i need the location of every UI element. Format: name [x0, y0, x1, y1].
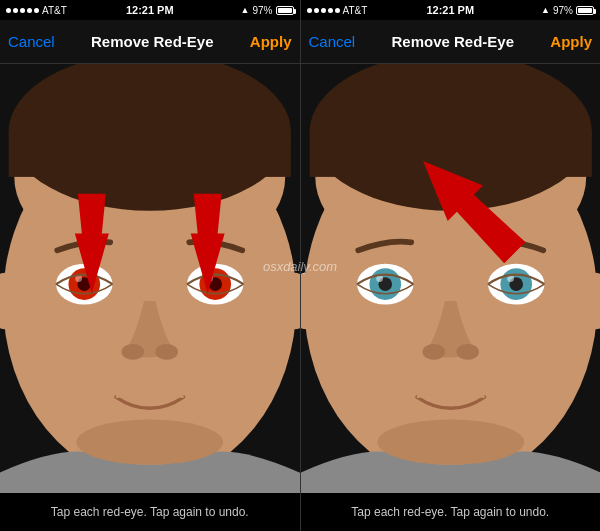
right-cancel-button[interactable]: Cancel: [309, 33, 356, 50]
right-bottom-text: Tap each red-eye. Tap again to undo.: [351, 505, 549, 519]
rdot4: [328, 8, 333, 13]
right-status-right: ▲ 97%: [541, 5, 594, 16]
svg-point-19: [76, 420, 223, 465]
left-toolbar: Cancel Remove Red-Eye Apply: [0, 20, 300, 64]
svg-rect-5: [9, 132, 291, 177]
right-status-bar: AT&T 12:21 PM ▲ 97%: [301, 0, 601, 20]
dot5: [34, 8, 39, 13]
right-toolbar: Cancel Remove Red-Eye Apply: [301, 20, 601, 64]
left-carrier: AT&T: [42, 5, 67, 16]
left-face-svg: [0, 64, 300, 493]
left-battery-fill: [278, 8, 292, 13]
left-status-bar: AT&T 12:21 PM ▲ 97%: [0, 0, 300, 20]
right-toolbar-title: Remove Red-Eye: [391, 33, 514, 50]
right-panel: AT&T 12:21 PM ▲ 97% Cancel Remove Red-Ey…: [300, 0, 601, 531]
right-status-left: AT&T: [307, 5, 368, 16]
dot1: [6, 8, 11, 13]
svg-point-15: [122, 344, 145, 360]
svg-point-40: [377, 420, 524, 465]
right-wifi-icon: ▲: [541, 5, 550, 15]
svg-point-36: [422, 344, 445, 360]
left-battery-percent: 97%: [252, 5, 272, 16]
dot3: [20, 8, 25, 13]
left-apply-button[interactable]: Apply: [250, 33, 292, 50]
left-bottom-bar: Tap each red-eye. Tap again to undo.: [0, 493, 300, 531]
rdot1: [307, 8, 312, 13]
right-battery-icon: [576, 6, 594, 15]
right-battery-percent: 97%: [553, 5, 573, 16]
right-apply-button[interactable]: Apply: [550, 33, 592, 50]
svg-rect-26: [309, 132, 591, 177]
svg-point-16: [155, 344, 178, 360]
panels-wrapper: osxdaily.com AT&T 12:21 PM ▲ 97%: [0, 0, 600, 531]
dot4: [27, 8, 32, 13]
right-photo-area[interactable]: [301, 64, 601, 493]
right-battery-fill: [578, 8, 592, 13]
right-signal-dots: [307, 8, 340, 13]
rdot2: [314, 8, 319, 13]
rdot3: [321, 8, 326, 13]
left-time: 12:21 PM: [126, 4, 174, 16]
left-toolbar-title: Remove Red-Eye: [91, 33, 214, 50]
left-bottom-text: Tap each red-eye. Tap again to undo.: [51, 505, 249, 519]
dot2: [13, 8, 18, 13]
right-time: 12:21 PM: [426, 4, 474, 16]
left-signal-dots: [6, 8, 39, 13]
left-panel: AT&T 12:21 PM ▲ 97% Cancel Remove Red-Ey…: [0, 0, 300, 531]
left-battery-icon: [276, 6, 294, 15]
left-status-left: AT&T: [6, 5, 67, 16]
svg-point-37: [456, 344, 479, 360]
left-wifi-icon: ▲: [241, 5, 250, 15]
right-carrier: AT&T: [343, 5, 368, 16]
left-cancel-button[interactable]: Cancel: [8, 33, 55, 50]
rdot5: [335, 8, 340, 13]
right-bottom-bar: Tap each red-eye. Tap again to undo.: [301, 493, 601, 531]
left-photo-area[interactable]: [0, 64, 300, 493]
left-status-right: ▲ 97%: [241, 5, 294, 16]
right-face-svg: [301, 64, 601, 493]
